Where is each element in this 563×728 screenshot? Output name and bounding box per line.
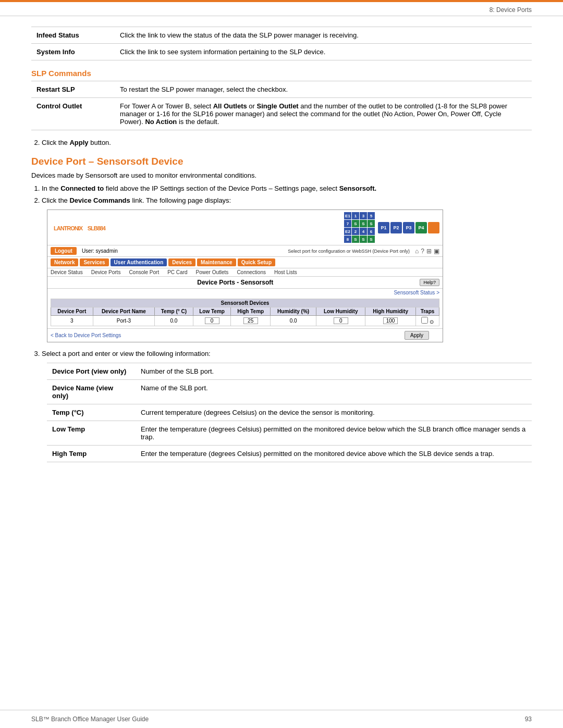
field-desc-device-port: Number of the SLB port. [136, 363, 532, 380]
low-temp-input[interactable] [205, 317, 219, 324]
control-outlet-label: Control Outlet [31, 98, 115, 130]
submenu-device-status[interactable]: Device Status [51, 269, 83, 275]
submenu-power-outlets[interactable]: Power Outlets [196, 269, 229, 275]
field-label-low-temp: Low Temp [47, 421, 136, 446]
row-port: 3 [51, 316, 93, 326]
infeed-status-label: Infeed Status [31, 27, 115, 44]
nav-user-auth[interactable]: User Authentication [111, 258, 167, 266]
port-cell-e1: E1 [344, 212, 351, 219]
footer-left: SLB™ Branch Office Manager User Guide [31, 715, 149, 723]
col-temp: Temp (° C) [155, 307, 193, 316]
apply-button[interactable]: Apply [405, 331, 429, 340]
lx-icons: ⌂ ? ⊞ ▣ [415, 248, 439, 255]
sensor-data-row: 3 Port-3 0.0 0.0 ⊙ [51, 316, 439, 326]
col-high-temp: High Temp [231, 307, 271, 316]
lx-page-title-bar: Device Ports - Sensorsoft Help? [47, 277, 443, 289]
home-icon[interactable]: ⌂ [415, 248, 419, 255]
slp-commands-heading: SLP Commands [31, 69, 532, 78]
p4-button[interactable]: P4 [415, 222, 427, 233]
row-humidity: 0.0 [270, 316, 316, 326]
help-button[interactable]: Help? [420, 279, 439, 286]
port-cell-7: 7 [344, 220, 351, 227]
field-row-device-name: Device Name (view only) Name of the SLB … [47, 380, 532, 404]
low-humidity-input[interactable] [334, 317, 348, 324]
logout-button[interactable]: Logout [51, 247, 77, 255]
row-low-temp[interactable] [193, 316, 231, 326]
p1-button[interactable]: P1 [378, 222, 389, 233]
sensor-table: Sensorsoft Devices Device Port Device Po… [51, 299, 439, 326]
high-humidity-input[interactable] [383, 317, 398, 324]
port-fields-table: Device Port (view only) Number of the SL… [47, 363, 532, 462]
field-desc-high-temp: Enter the temperature (degrees Celsius) … [136, 446, 532, 462]
submenu-pc-card[interactable]: PC Card [167, 269, 187, 275]
lx-topbar: LANTRONIX SLB884 E1 1 3 5 7 S S S E2 2 4 [47, 210, 443, 245]
field-row-high-temp: High Temp Enter the temperature (degrees… [47, 446, 532, 462]
traps-checkbox[interactable] [421, 317, 428, 324]
nav-services[interactable]: Services [80, 258, 108, 266]
slp-status-table: Infeed Status Click the link to view the… [31, 27, 532, 60]
submenu-console-port[interactable]: Console Port [129, 269, 159, 275]
submenu-device-ports[interactable]: Device Ports [91, 269, 121, 275]
table-row: Restart SLP To restart the SLP power man… [31, 81, 532, 98]
step2: Click the Device Commands link. The foll… [42, 196, 532, 204]
field-row-temp: Temp (°C) Current temperature (degrees C… [47, 404, 532, 421]
lx-userbar: Logout User: sysadmin Select port for co… [47, 245, 443, 257]
main-content: Infeed Status Click the link to view the… [0, 16, 563, 483]
page-footer: SLB™ Branch Office Manager User Guide 93 [0, 710, 563, 728]
port-cell-e2: E2 [344, 228, 351, 235]
col-low-humidity: Low Humidity [316, 307, 365, 316]
field-desc-temp: Current temperature (degrees Celsius) on… [136, 404, 532, 421]
back-link[interactable]: < Back to Device Port Settings [51, 332, 121, 338]
row-high-temp[interactable] [231, 316, 271, 326]
p2-button[interactable]: P2 [390, 222, 402, 233]
col-device-port-name: Device Port Name [93, 307, 155, 316]
field-label-high-temp: High Temp [47, 446, 136, 462]
print-icon[interactable]: ⊞ [426, 248, 432, 255]
high-temp-input[interactable] [243, 317, 258, 324]
p-indicator [428, 222, 439, 233]
slp-commands-table: Restart SLP To restart the SLP power man… [31, 81, 532, 130]
nav-maintenance[interactable]: Maintenance [197, 258, 236, 266]
port-cell-s6: S [368, 236, 375, 243]
row-low-humidity[interactable] [316, 316, 365, 326]
submenu-connections[interactable]: Connections [237, 269, 266, 275]
system-info-desc: Click the link to see system information… [115, 44, 532, 60]
device-port-heading: Device Port – Sensorsoft Device [31, 156, 532, 167]
nav-network[interactable]: Network [51, 258, 78, 266]
chapter-title: 8: Device Ports [489, 6, 532, 14]
field-label-device-port: Device Port (view only) [47, 363, 136, 380]
lantronix-wordmark: LANTRONIX [54, 225, 82, 231]
port-cell-3: 3 [360, 212, 367, 219]
nav-quick-setup[interactable]: Quick Setup [238, 258, 275, 266]
port-cell-s5: S [360, 236, 367, 243]
table-row: System Info Click the link to see system… [31, 44, 532, 60]
table-row: Infeed Status Click the link to view the… [31, 27, 532, 44]
port-cell-s2: S [360, 220, 367, 227]
chapter-header: 8: Device Ports [0, 2, 563, 16]
apply-note: Click the Apply button. [42, 139, 532, 146]
port-cell-4: 4 [360, 228, 367, 235]
field-row-low-temp: Low Temp Enter the temperature (degrees … [47, 421, 532, 446]
help-icon[interactable]: ? [421, 248, 424, 255]
p3-button[interactable]: P3 [403, 222, 414, 233]
row-high-humidity[interactable] [365, 316, 416, 326]
submenu-host-lists[interactable]: Host Lists [274, 269, 297, 275]
field-label-temp: Temp (°C) [47, 404, 136, 421]
nav-devices[interactable]: Devices [168, 258, 195, 266]
port-cell-8: 8 [344, 236, 351, 243]
row-name: Port-3 [93, 316, 155, 326]
system-info-label: System Info [31, 44, 115, 60]
port-cell-2: 2 [352, 228, 359, 235]
footer-right: 93 [525, 715, 532, 723]
port-cell-5: 5 [368, 212, 375, 219]
lx-logo: LANTRONIX SLB884 [51, 223, 105, 232]
sensorsoft-status-link[interactable]: Sensorsoft Status > [47, 289, 443, 297]
port-grid-top: E1 1 3 5 7 S S S E2 2 4 6 8 S S S [344, 212, 375, 243]
field-desc-device-name: Name of the SLB port. [136, 380, 532, 404]
col-humidity: Humidity (%) [270, 307, 316, 316]
traps-icon[interactable]: ⊙ [430, 319, 434, 325]
refresh-icon[interactable]: ▣ [434, 248, 439, 255]
control-outlet-desc: For Tower A or Tower B, select All Outle… [115, 98, 532, 130]
col-high-humidity: High Humidity [365, 307, 416, 316]
port-cell-s1: S [352, 220, 359, 227]
